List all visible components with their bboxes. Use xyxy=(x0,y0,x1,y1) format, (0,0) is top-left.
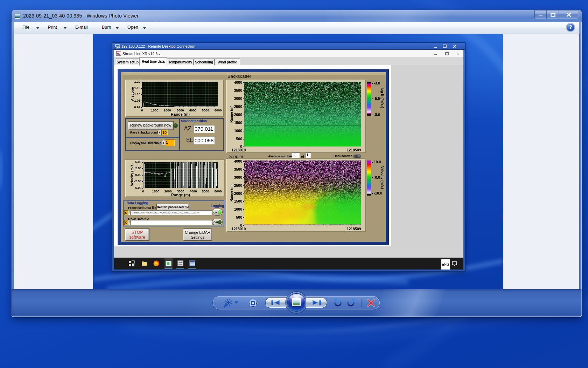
svg-text:strms: strms xyxy=(178,264,183,265)
